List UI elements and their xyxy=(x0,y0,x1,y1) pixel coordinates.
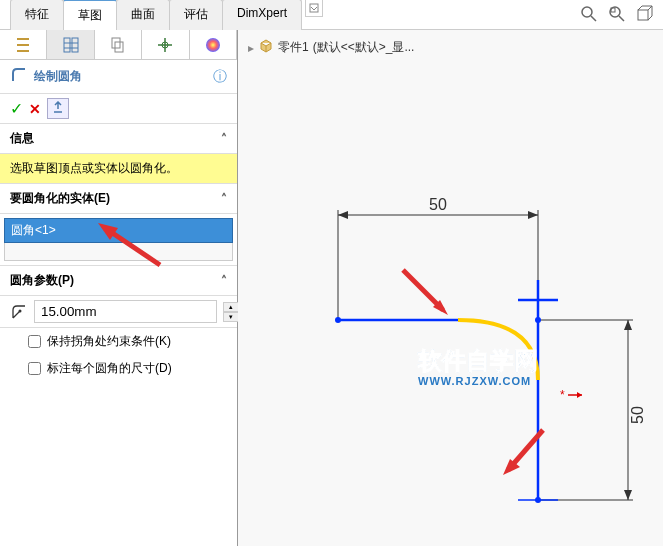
entities-section-header[interactable]: 要圆角化的实体(E) ˄ xyxy=(0,184,237,214)
tab-surface[interactable]: 曲面 xyxy=(116,0,170,30)
info-message: 选取草图顶点或实体以圆角化。 xyxy=(0,154,237,184)
feature-title: 绘制圆角 xyxy=(34,68,82,85)
svg-rect-0 xyxy=(310,4,318,12)
spin-down-button[interactable]: ▾ xyxy=(223,312,239,322)
svg-point-1 xyxy=(582,7,592,17)
tab-sketch[interactable]: 草图 xyxy=(63,0,117,30)
keep-constraints-checkbox[interactable] xyxy=(28,335,41,348)
ok-button[interactable]: ✓ xyxy=(10,99,23,118)
label-dims-checkbox[interactable] xyxy=(28,362,41,375)
svg-point-34 xyxy=(535,317,541,323)
collapse-icon: ˄ xyxy=(221,192,227,206)
collapse-icon: ˄ xyxy=(221,274,227,288)
view-cube-icon[interactable] xyxy=(635,4,655,24)
svg-point-17 xyxy=(19,309,22,312)
dim-vertical: 50 xyxy=(629,406,646,424)
tab-features[interactable]: 特征 xyxy=(10,0,64,30)
zoom-fit-icon[interactable] xyxy=(579,4,599,24)
zoom-area-icon[interactable] xyxy=(607,4,627,24)
fillet-icon xyxy=(10,66,28,87)
svg-line-2 xyxy=(591,16,596,21)
svg-rect-8 xyxy=(72,38,78,52)
panel-tab-dim[interactable] xyxy=(142,30,189,59)
svg-rect-12 xyxy=(115,42,123,52)
collapse-icon: ˄ xyxy=(221,132,227,146)
property-panel: 绘制圆角 ⓘ ✓ ✕ 信息 ˄ 选取草图顶点或实体以圆角化。 要圆角化的实体(E… xyxy=(0,30,238,546)
svg-point-33 xyxy=(335,317,341,323)
graphics-area[interactable]: ▸ 零件1 (默认<<默认>_显... 50 50 xyxy=(238,30,663,546)
params-section-header[interactable]: 圆角参数(P) ˄ xyxy=(0,266,237,296)
tab-dimxpert[interactable]: DimXpert xyxy=(222,0,302,30)
svg-text:*: * xyxy=(560,388,565,402)
spin-up-button[interactable]: ▴ xyxy=(223,302,239,312)
keep-constraints-label: 保持拐角处约束条件(K) xyxy=(47,333,171,350)
svg-rect-7 xyxy=(64,38,70,52)
svg-marker-26 xyxy=(624,320,632,330)
svg-marker-22 xyxy=(528,211,538,219)
tab-evaluate[interactable]: 评估 xyxy=(169,0,223,30)
panel-tab-feature-tree[interactable] xyxy=(0,30,47,59)
radius-input[interactable] xyxy=(34,300,217,323)
dim-horizontal: 50 xyxy=(429,196,447,213)
svg-point-16 xyxy=(206,38,220,52)
svg-point-35 xyxy=(535,497,541,503)
entity-list-box[interactable] xyxy=(4,243,233,261)
radius-icon xyxy=(10,302,28,322)
label-dims-label: 标注每个圆角的尺寸(D) xyxy=(47,360,172,377)
svg-marker-21 xyxy=(338,211,348,219)
panel-tab-config[interactable] xyxy=(95,30,142,59)
info-section-header[interactable]: 信息 ˄ xyxy=(0,124,237,154)
svg-marker-37 xyxy=(577,392,582,398)
sketch-drawing: 50 50 * xyxy=(238,30,663,546)
pin-button[interactable] xyxy=(47,98,69,119)
svg-rect-6 xyxy=(638,10,648,20)
svg-rect-11 xyxy=(112,38,120,48)
svg-marker-27 xyxy=(624,490,632,500)
tab-overflow-icon[interactable] xyxy=(305,0,323,17)
cancel-button[interactable]: ✕ xyxy=(29,101,41,117)
help-icon[interactable]: ⓘ xyxy=(213,68,227,86)
svg-line-4 xyxy=(619,16,624,21)
entity-selection-item[interactable]: 圆角<1> xyxy=(4,218,233,243)
panel-tab-property[interactable] xyxy=(47,30,94,59)
panel-tab-appearance[interactable] xyxy=(190,30,237,59)
